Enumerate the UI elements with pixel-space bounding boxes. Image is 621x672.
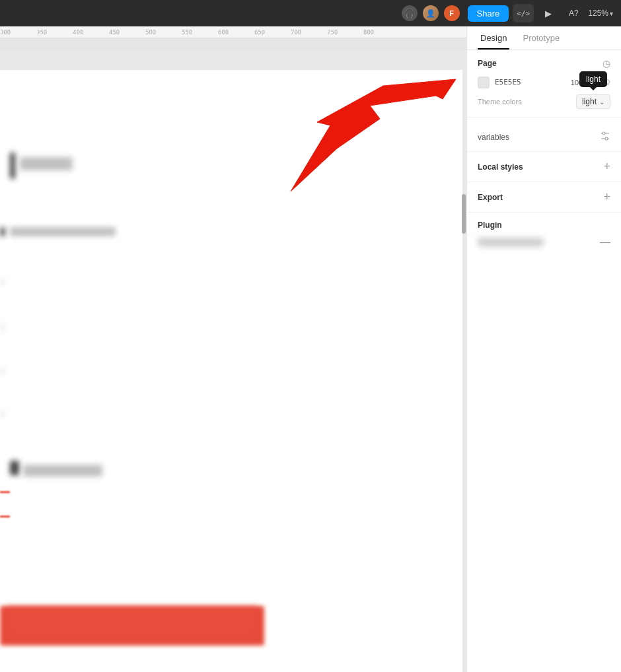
blurred-char-r <box>0 227 5 236</box>
blurred-text-row2 <box>10 227 116 236</box>
panel-body: Page ◷ E5E5E5 100% Theme <box>467 50 621 256</box>
theme-colors-label: Theme colors <box>478 98 522 106</box>
local-styles-label: Local styles <box>478 162 523 172</box>
export-label: Export <box>478 193 503 202</box>
plugin-label: Plugin <box>478 220 502 230</box>
panel-tabs: Design Prototype <box>467 26 621 50</box>
local-styles-add-icon[interactable]: + <box>603 160 610 174</box>
play-icon: ▶ <box>545 9 552 18</box>
blurred-dash-1 <box>2 278 3 286</box>
page-section-header: Page ◷ <box>478 58 610 69</box>
svg-point-5 <box>603 132 605 135</box>
variables-row: variables <box>478 131 610 143</box>
avatar-group: 🎧 👤 F <box>400 4 461 22</box>
ruler: 300 350 400 450 500 550 600 650 700 750 … <box>0 26 466 38</box>
zoom-chevron-icon: ▾ <box>610 10 613 17</box>
ruler-tick-550: 550 <box>182 29 192 36</box>
blurred-heading-1 <box>20 157 73 170</box>
ruler-tick-650: 650 <box>254 29 265 36</box>
plugin-blurred-content <box>478 238 544 247</box>
blurred-red-line-1 <box>0 491 10 493</box>
share-button[interactable]: Share <box>468 5 509 22</box>
blurred-dash-2 <box>2 324 3 332</box>
tab-design[interactable]: Design <box>478 28 509 50</box>
export-row: Export + <box>478 190 610 204</box>
local-styles-section: Local styles + <box>467 152 621 182</box>
theme-colors-row: Theme colors light light ⌄ <box>478 94 610 109</box>
ruler-tick-350: 350 <box>36 29 47 36</box>
right-panel: Design Prototype Page ◷ E5E5E5 100% <box>466 26 621 672</box>
toolbar-center: 🎧 👤 F Share </> ▶ A? 125% ▾ <box>400 4 613 22</box>
a-question-icon: A? <box>569 9 579 18</box>
blurred-dash-4 <box>2 410 3 418</box>
ruler-tick-500: 500 <box>145 29 156 36</box>
canvas-scrollbar[interactable] <box>461 62 466 672</box>
ruler-tick-750: 750 <box>327 29 338 36</box>
ruler-tick-800: 800 <box>363 29 374 36</box>
tooltip-text: light <box>586 75 601 84</box>
avatar-f: F <box>443 4 461 22</box>
blurred-red-line-2 <box>0 516 10 518</box>
ruler-tick-300: 300 <box>0 29 11 36</box>
page-section-title: Page <box>478 59 497 68</box>
blurred-char-f <box>10 152 15 179</box>
toolbar: 🎧 👤 F Share </> ▶ A? 125% ▾ <box>0 0 621 26</box>
zoom-button[interactable]: 125% ▾ <box>588 9 613 18</box>
color-swatch[interactable] <box>478 77 490 88</box>
export-add-icon[interactable]: + <box>603 190 610 204</box>
plugin-minus-icon[interactable]: — <box>600 236 610 248</box>
ruler-tick-700: 700 <box>291 29 301 36</box>
blurred-text-bottom <box>23 465 102 477</box>
plugin-header: Plugin <box>478 220 610 230</box>
avatar-f-label: F <box>449 9 454 17</box>
blurred-pink-overlay <box>7 606 258 639</box>
ruler-tick-400: 400 <box>73 29 83 36</box>
canvas <box>0 38 466 672</box>
variables-label: variables <box>478 133 509 142</box>
avatar-headphone: 🎧 <box>400 4 419 22</box>
canvas-scrollbar-thumb[interactable] <box>462 194 466 234</box>
sliders-icon[interactable] <box>600 131 610 143</box>
chevron-down-icon: ⌄ <box>599 98 604 106</box>
theme-select-value: light <box>582 97 597 106</box>
ruler-tick-450: 450 <box>109 29 120 36</box>
history-icon[interactable]: ◷ <box>603 58 610 69</box>
theme-select-dropdown[interactable]: light light ⌄ <box>576 94 610 109</box>
canvas-frame <box>0 50 466 672</box>
zoom-level: 125% <box>588 9 608 18</box>
a-question-button[interactable]: A? <box>563 4 584 22</box>
svg-point-7 <box>605 137 608 140</box>
blurred-dash-3 <box>2 367 3 375</box>
avatar-photo: 👤 <box>421 4 440 22</box>
plugin-content: — <box>478 236 610 248</box>
code-icon-button[interactable]: </> <box>513 4 534 22</box>
page-section: Page ◷ E5E5E5 100% Theme <box>467 50 621 118</box>
color-hex-value: E5E5E5 <box>495 78 521 86</box>
export-section: Export + <box>467 182 621 213</box>
ruler-tick-600: 600 <box>218 29 229 36</box>
theme-tooltip: light <box>579 71 607 87</box>
plugin-section: Plugin — <box>467 213 621 256</box>
local-styles-row: Local styles + <box>478 160 610 174</box>
variables-section: variables <box>467 118 621 152</box>
blurred-char-i <box>10 461 19 475</box>
play-icon-button[interactable]: ▶ <box>538 4 559 22</box>
code-icon: </> <box>517 9 530 18</box>
tab-prototype[interactable]: Prototype <box>520 28 562 50</box>
